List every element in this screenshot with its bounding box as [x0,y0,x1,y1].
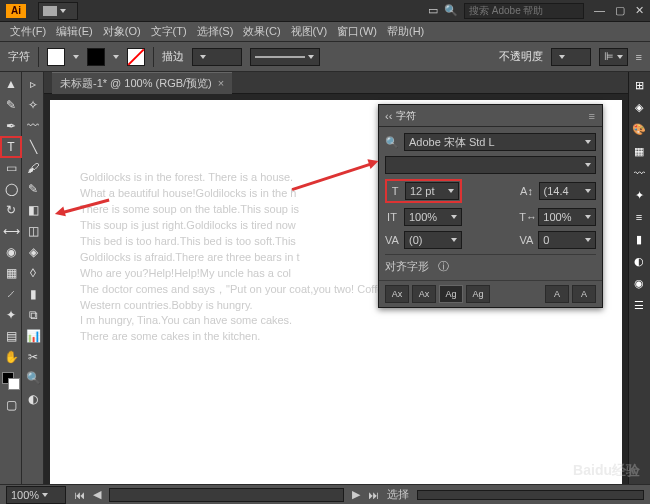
tool-selection[interactable]: ▲ [1,74,21,94]
search-icon: 🔍 [444,4,458,17]
tool-free-transform[interactable]: ◈ [23,242,43,262]
align-btn-4[interactable]: Ag [466,285,490,303]
tool-magic-wand[interactable]: ✧ [23,95,43,115]
dock-transparency-icon[interactable]: ◐ [630,252,648,270]
horizontal-scrollbar[interactable] [417,490,644,500]
tool-lasso[interactable]: ✎ [1,95,21,115]
info-icon[interactable]: ⓘ [438,259,449,274]
align-btn-3[interactable]: Ag [439,285,463,303]
workspace-switcher[interactable] [38,2,78,20]
tool-pencil[interactable]: ✎ [23,179,43,199]
nav-last-icon[interactable]: ⏭ [368,489,379,501]
text-line[interactable]: I m hungry, Tina.You can have some cakes… [80,313,592,329]
menu-select[interactable]: 选择(S) [193,22,238,41]
menu-edit[interactable]: 编辑(E) [52,22,97,41]
tool-ellipse[interactable]: ◯ [1,179,21,199]
tool-curvature[interactable]: 〰 [23,116,43,136]
align-btn-5[interactable]: A [545,285,569,303]
tool-gradient[interactable]: ▮ [23,284,43,304]
tool-scale[interactable]: ◫ [23,221,43,241]
align-btn-1[interactable]: Ax [385,285,409,303]
chevron-left-icon[interactable]: ‹‹ [385,110,392,122]
document-tab-title: 未标题-1* @ 100% (RGB/预览) [60,76,212,91]
nav-next-icon[interactable]: ▶ [352,488,360,501]
leading-input[interactable]: (14.4 [539,182,597,200]
tool-shapebuilder[interactable]: ◉ [1,242,21,262]
align-dropdown[interactable]: ⊫ [599,48,628,66]
tool-artboard[interactable]: ▤ [1,326,21,346]
tool-direct-select[interactable]: ▹ [23,74,43,94]
no-fill-icon[interactable] [127,48,145,66]
tool-eyedropper[interactable]: ⟋ [1,284,21,304]
tool-symbol[interactable]: ✦ [1,305,21,325]
minimize-button[interactable]: — [594,4,605,17]
menubar: 文件(F) 编辑(E) 对象(O) 文字(T) 选择(S) 效果(C) 视图(V… [0,22,650,42]
fill-stroke-swatch[interactable] [2,372,20,390]
tracking-icon: VA [519,234,533,246]
fill-swatch[interactable] [47,48,65,66]
tool-blend[interactable]: ⧉ [23,305,43,325]
zoom-level[interactable]: 100% [6,486,66,504]
kerning-input[interactable]: (0) [404,231,462,249]
menu-type[interactable]: 文字(T) [147,22,191,41]
dock-appearance-icon[interactable]: ◉ [630,274,648,292]
panel-menu-icon[interactable]: ≡ [636,51,642,63]
tool-line[interactable]: ╲ [23,137,43,157]
dock-symbols-icon[interactable]: ✦ [630,186,648,204]
tool-rotate[interactable]: ↻ [1,200,21,220]
font-family-input[interactable]: Adobe 宋体 Std L [404,133,596,151]
menu-file[interactable]: 文件(F) [6,22,50,41]
dock-gradient-icon[interactable]: ▮ [630,230,648,248]
menu-object[interactable]: 对象(O) [99,22,145,41]
char-panel-link[interactable]: 字符 [8,49,30,64]
tracking-input[interactable]: 0 [538,231,596,249]
menu-view[interactable]: 视图(V) [287,22,332,41]
font-size-input[interactable]: 12 pt [405,182,459,200]
dock-swatches-icon[interactable]: ▦ [630,142,648,160]
brush-def-dropdown[interactable] [250,48,320,66]
help-search-input[interactable] [464,3,584,19]
vscale-input[interactable]: 100% [404,208,462,226]
stroke-weight-input[interactable] [192,48,242,66]
artboard-nav[interactable] [109,488,344,502]
tool-graph[interactable]: 📊 [23,326,43,346]
dock-color-icon[interactable]: 🎨 [630,120,648,138]
stroke-swatch[interactable] [87,48,105,66]
tool-eraser[interactable]: ◧ [23,200,43,220]
tool-rectangle[interactable]: ▭ [1,158,21,178]
font-style-input[interactable] [385,156,596,174]
tool-brush[interactable]: 🖌 [23,158,43,178]
document-tab[interactable]: 未标题-1* @ 100% (RGB/预览) × [52,72,232,94]
draw-mode[interactable]: ◐ [23,389,43,409]
dock-properties-icon[interactable]: ⊞ [630,76,648,94]
close-button[interactable]: ✕ [635,4,644,17]
opacity-input[interactable] [551,48,591,66]
font-size-icon: T [388,185,402,197]
dock-libraries-icon[interactable]: ◈ [630,98,648,116]
tool-hand[interactable]: ✋ [1,347,21,367]
tool-slice[interactable]: ✂ [23,347,43,367]
dock-brushes-icon[interactable]: 〰 [630,164,648,182]
text-line[interactable]: There are some cakes in the kitchen. [80,329,592,345]
menu-window[interactable]: 窗口(W) [333,22,381,41]
nav-first-icon[interactable]: ⏮ [74,489,85,501]
dock-stroke-icon[interactable]: ≡ [630,208,648,226]
tool-mesh[interactable]: ▦ [1,263,21,283]
panel-menu-icon[interactable]: ≡ [589,110,596,122]
panel-title[interactable]: 字符 [396,109,416,123]
maximize-button[interactable]: ▢ [615,4,625,17]
align-btn-6[interactable]: A [572,285,596,303]
align-btn-2[interactable]: Ax [412,285,436,303]
tab-close-icon[interactable]: × [218,77,224,89]
tool-type[interactable]: T [1,137,21,157]
nav-prev-icon[interactable]: ◀ [93,488,101,501]
hscale-input[interactable]: 100% [538,208,596,226]
tool-perspective[interactable]: ◊ [23,263,43,283]
dock-layers-icon[interactable]: ☰ [630,296,648,314]
tool-pen[interactable]: ✒ [1,116,21,136]
tool-width[interactable]: ⟷ [1,221,21,241]
menu-help[interactable]: 帮助(H) [383,22,428,41]
menu-effect[interactable]: 效果(C) [239,22,284,41]
tool-zoom[interactable]: 🔍 [23,368,43,388]
screen-mode[interactable]: ▢ [1,395,21,415]
